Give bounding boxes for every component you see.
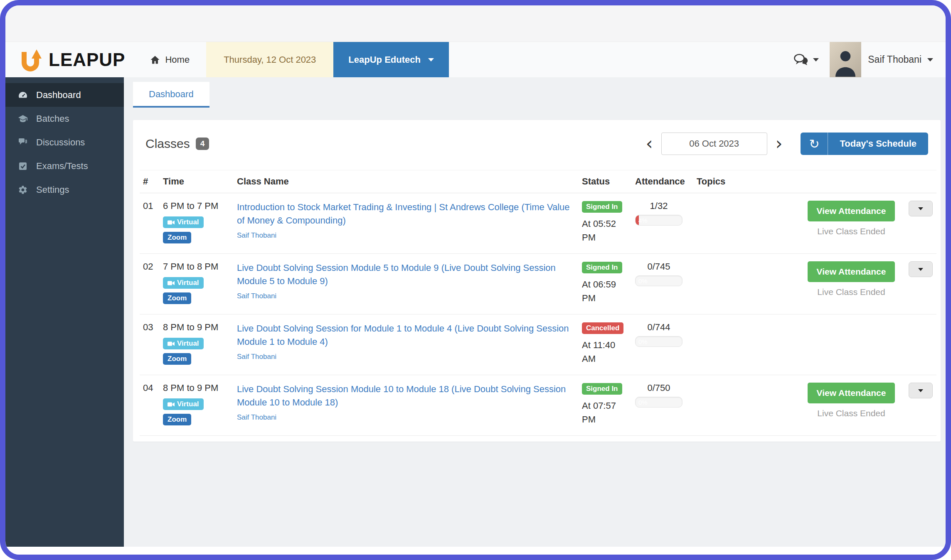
messages-dropdown[interactable] xyxy=(782,42,830,77)
video-camera-icon xyxy=(168,341,175,346)
row-number: 01 xyxy=(140,193,160,254)
video-camera-icon xyxy=(168,280,175,286)
live-class-ended-label: Live Class Ended xyxy=(817,287,885,297)
org-dropdown-label: LeapUp Edutech xyxy=(348,54,421,65)
attendance-percent-label: 0% xyxy=(638,399,648,406)
bottom-strip xyxy=(5,547,946,555)
col-header-num: # xyxy=(140,170,160,193)
col-header-class-name: Class Name xyxy=(234,170,579,193)
zoom-badge: Zoom xyxy=(163,353,191,365)
todays-schedule-label: Today's Schedule xyxy=(840,138,917,149)
attendance-count: 0/745 xyxy=(635,261,682,272)
leapup-logo-icon xyxy=(18,45,44,74)
classes-card: Classes 4 ‹ › ↻ Today's Schedule xyxy=(133,120,941,442)
video-camera-icon xyxy=(168,402,175,407)
caret-down-icon xyxy=(918,389,923,392)
view-attendance-button[interactable]: View Attendance xyxy=(808,201,895,221)
class-row-4: 04 8 PM to 9 PM Virtual Zoom xyxy=(140,375,936,436)
class-name-link[interactable]: Live Doubt Solving Session for Module 1 … xyxy=(237,322,575,349)
topics-cell xyxy=(693,375,797,436)
gauge-icon xyxy=(18,90,28,100)
check-square-icon xyxy=(18,161,28,171)
zoom-badge: Zoom xyxy=(163,414,191,425)
status-time: At 11:40 AM xyxy=(582,338,628,366)
class-time: 8 PM to 9 PM xyxy=(163,322,230,333)
sidebar-item-label: Settings xyxy=(36,184,69,195)
topics-cell xyxy=(693,254,797,314)
col-header-status: Status xyxy=(579,170,632,193)
prev-day-button[interactable]: ‹ xyxy=(638,135,661,152)
zoom-badge: Zoom xyxy=(163,232,191,243)
nav-home[interactable]: Home xyxy=(136,42,206,77)
date-input[interactable] xyxy=(661,133,767,155)
sidebar-item-dashboard[interactable]: Dashboard xyxy=(5,83,124,107)
status-badge: Cancelled xyxy=(582,322,623,334)
next-day-button[interactable]: › xyxy=(767,135,791,152)
sidebar-item-discussions[interactable]: Discussions xyxy=(5,130,124,154)
row-menu-button[interactable] xyxy=(909,261,933,277)
comments-icon xyxy=(18,138,28,147)
classes-title: Classes xyxy=(145,137,190,151)
avatar-photo xyxy=(832,47,859,77)
graduation-cap-icon xyxy=(18,114,28,124)
sidebar-item-label: Exams/Tests xyxy=(36,161,88,172)
row-menu-button[interactable] xyxy=(909,383,933,398)
sidebar-item-exams-tests[interactable]: Exams/Tests xyxy=(5,154,124,178)
sidebar-item-settings[interactable]: Settings xyxy=(5,178,124,201)
view-attendance-button[interactable]: View Attendance xyxy=(808,383,895,403)
virtual-badge: Virtual xyxy=(163,216,204,228)
org-dropdown[interactable]: LeapUp Edutech xyxy=(333,42,449,77)
virtual-badge: Virtual xyxy=(163,398,204,410)
attendance-progress-bar: 0% xyxy=(635,336,682,347)
user-name: Saif Thobani xyxy=(868,54,921,65)
tab-dashboard[interactable]: Dashboard xyxy=(133,82,209,108)
classes-count-badge: 4 xyxy=(196,138,209,150)
row-menu-button[interactable] xyxy=(909,201,933,216)
col-header-menu xyxy=(905,170,936,193)
app-window: LEAPUP Home Thursday, 12 Oct 2023 LeapUp… xyxy=(0,0,951,560)
class-name-link[interactable]: Live Doubt Solving Session Module 10 to … xyxy=(237,383,575,409)
class-name-link[interactable]: Introduction to Stock Market Trading & I… xyxy=(237,201,575,227)
sidebar-item-label: Discussions xyxy=(36,137,85,148)
home-icon xyxy=(150,55,160,65)
attendance-count: 1/32 xyxy=(635,201,682,211)
sidebar-item-batches[interactable]: Batches xyxy=(5,107,124,130)
teacher-link[interactable]: Saif Thobani xyxy=(237,292,276,300)
menu-cell-empty xyxy=(905,314,936,375)
live-class-ended-label: Live Class Ended xyxy=(817,408,885,418)
brand-logo[interactable]: LEAPUP xyxy=(5,42,136,77)
col-header-topics: Topics xyxy=(693,170,797,193)
actions-cell-empty xyxy=(797,314,905,375)
user-menu[interactable]: Saif Thobani xyxy=(861,42,946,77)
teacher-link[interactable]: Saif Thobani xyxy=(237,413,276,422)
user-avatar[interactable] xyxy=(830,42,861,77)
nav-current-date-label: Thursday, 12 Oct 2023 xyxy=(224,54,316,65)
sidebar-item-label: Batches xyxy=(36,113,69,124)
brand-text: LEAPUP xyxy=(49,49,125,70)
teacher-link[interactable]: Saif Thobani xyxy=(237,231,276,240)
caret-down-icon xyxy=(813,58,819,61)
row-number: 03 xyxy=(140,314,160,375)
attendance-percent-label: 4% xyxy=(638,217,648,224)
caret-down-icon xyxy=(927,58,933,61)
status-time: At 07:57 PM xyxy=(582,399,628,426)
attendance-percent-label: 0% xyxy=(638,338,648,345)
class-time: 6 PM to 7 PM xyxy=(163,201,230,211)
status-badge: Signed In xyxy=(582,201,622,213)
teacher-link[interactable]: Saif Thobani xyxy=(237,353,276,361)
attendance-progress-bar: 4% xyxy=(635,215,682,226)
refresh-button[interactable]: ↻ xyxy=(801,133,828,155)
refresh-icon: ↻ xyxy=(809,137,819,151)
nav-current-date[interactable]: Thursday, 12 Oct 2023 xyxy=(206,42,333,77)
chat-bubbles-icon xyxy=(793,54,809,66)
zoom-badge: Zoom xyxy=(163,292,191,304)
class-row-3: 03 8 PM to 9 PM Virtual Zoom xyxy=(140,314,936,375)
top-strip xyxy=(5,5,946,42)
sidebar: Dashboard Batches Discussions xyxy=(5,77,124,547)
row-number: 04 xyxy=(140,375,160,436)
status-time: At 05:52 PM xyxy=(582,217,628,244)
class-name-link[interactable]: Live Doubt Solving Session Module 5 to M… xyxy=(237,261,575,288)
attendance-progress-bar: 0% xyxy=(635,275,682,286)
todays-schedule-button[interactable]: Today's Schedule xyxy=(828,133,928,155)
view-attendance-button[interactable]: View Attendance xyxy=(808,261,895,282)
